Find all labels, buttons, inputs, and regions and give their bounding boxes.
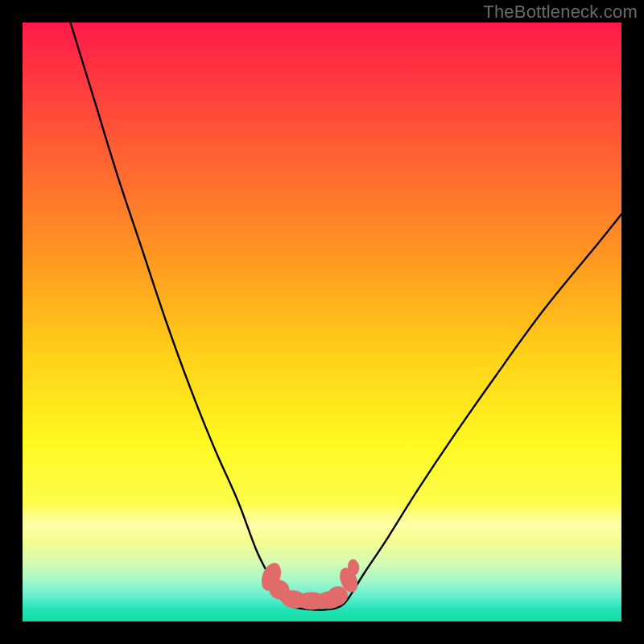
bottleneck-curve [71,23,622,610]
chart-frame: TheBottleneck.com [0,0,644,644]
curve-layer [23,23,621,621]
watermark-text: TheBottleneck.com [483,2,638,23]
plot-area [23,23,621,621]
